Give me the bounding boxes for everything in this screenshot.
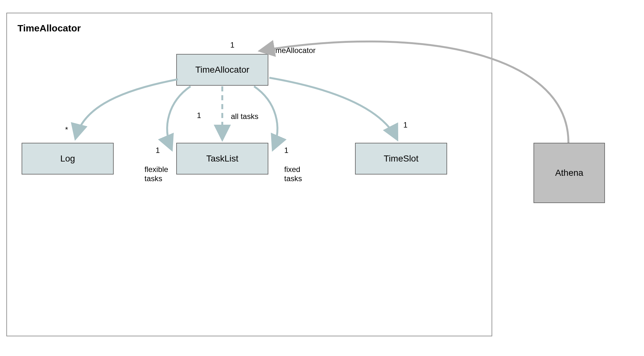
label-alltasks-mult: 1	[197, 111, 201, 120]
label-fixed-mult: 1	[284, 146, 288, 155]
label-timeslot-mult: 1	[403, 121, 407, 130]
class-timeslot-label: TimeSlot	[384, 154, 418, 164]
class-log: Log	[22, 143, 114, 175]
package-title: TimeAllocator	[17, 23, 81, 34]
class-timeallocator: TimeAllocator	[176, 54, 268, 86]
class-log-label: Log	[60, 154, 75, 164]
class-timeslot: TimeSlot	[355, 143, 447, 175]
class-tasklist-label: TaskList	[206, 154, 238, 164]
class-athena-label: Athena	[555, 168, 583, 178]
label-flexible-mult: 1	[156, 146, 160, 155]
label-athena-mult: 1	[230, 41, 234, 50]
label-alltasks-role: all tasks	[231, 112, 258, 121]
label-athena-role: timeAllocator	[272, 46, 316, 55]
class-timeallocator-label: TimeAllocator	[195, 65, 249, 75]
class-athena: Athena	[533, 143, 605, 203]
label-flexible-role: flexible tasks	[144, 165, 168, 183]
class-tasklist: TaskList	[176, 143, 268, 175]
label-fixed-role: fixed tasks	[284, 165, 302, 183]
label-log-mult: *	[65, 125, 68, 135]
